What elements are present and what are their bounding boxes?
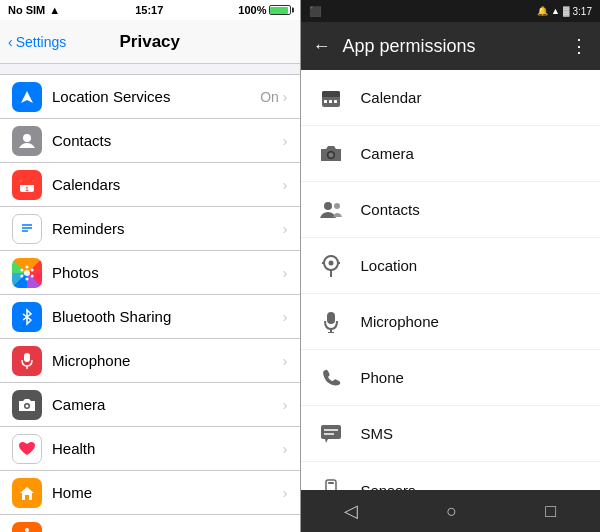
android-row-contacts[interactable]: Contacts (301, 182, 601, 238)
android-nav-title: App permissions (343, 36, 559, 57)
android-contacts-icon (317, 196, 345, 224)
home-label: Home (52, 484, 283, 501)
reminders-chevron-icon: › (283, 221, 288, 237)
back-label: Settings (16, 34, 67, 50)
android-back-nav-button[interactable]: ◁ (336, 492, 366, 530)
ios-time: 15:17 (135, 4, 163, 16)
svg-point-15 (20, 268, 23, 271)
contacts-label: Contacts (52, 132, 283, 149)
svg-point-37 (328, 260, 333, 265)
android-phone-icon (317, 364, 345, 392)
android-more-button[interactable]: ⋮ (570, 35, 588, 57)
svg-point-35 (334, 203, 340, 209)
svg-rect-28 (322, 95, 340, 97)
ios-row-contacts[interactable]: Contacts › (0, 119, 300, 163)
android-panel: ⬛ 🔔 ▲ ▓ 3:17 ← App permissions ⋮ (301, 0, 601, 532)
svg-point-13 (26, 277, 29, 280)
ios-list: Location Services On › Contacts › (0, 64, 300, 532)
android-time: 3:17 (573, 6, 592, 17)
camera-label: Camera (52, 396, 283, 413)
ios-row-health[interactable]: Health › (0, 427, 300, 471)
location-services-chevron-icon: › (283, 89, 288, 105)
camera-chevron-icon: › (283, 397, 288, 413)
android-recents-nav-button[interactable]: □ (537, 493, 564, 530)
android-sms-icon (317, 420, 345, 448)
svg-marker-22 (20, 487, 34, 500)
android-phone-label: Phone (361, 369, 404, 386)
svg-point-9 (24, 270, 30, 276)
ios-status-bar: No SIM ▲ 15:17 100% (0, 0, 300, 20)
svg-point-12 (31, 274, 34, 277)
android-row-location[interactable]: Location (301, 238, 601, 294)
battery-pct: 100% (238, 4, 266, 16)
wifi-icon: ▲ (49, 4, 60, 16)
calendars-chevron-icon: › (283, 177, 288, 193)
android-status-bar: ⬛ 🔔 ▲ ▓ 3:17 (301, 0, 601, 22)
android-row-camera[interactable]: Camera (301, 126, 601, 182)
home-icon (12, 478, 42, 508)
ios-row-camera[interactable]: Camera › (0, 383, 300, 427)
android-row-calendar[interactable]: Calendar (301, 70, 601, 126)
battery-indicator (269, 5, 291, 15)
location-services-label: Location Services (52, 88, 260, 105)
ios-row-calendars[interactable]: 1 Calendars › (0, 163, 300, 207)
android-sms-label: SMS (361, 425, 394, 442)
home-chevron-icon: › (283, 485, 288, 501)
motion-fitness-label: Motion & Fitness (52, 529, 283, 533)
location-services-value: On (260, 89, 279, 105)
ios-status-right: 100% (238, 4, 291, 16)
android-microphone-label: Microphone (361, 313, 439, 330)
battery-fill (270, 7, 288, 14)
ios-row-home[interactable]: Home › (0, 471, 300, 515)
svg-rect-30 (329, 100, 332, 103)
android-row-sensors[interactable]: Sensors (301, 462, 601, 490)
android-home-nav-button[interactable]: ○ (438, 493, 465, 530)
ios-row-reminders[interactable]: Reminders › (0, 207, 300, 251)
android-row-sms[interactable]: SMS (301, 406, 601, 462)
android-status-right: 🔔 ▲ ▓ 3:17 (537, 6, 592, 17)
android-back-button[interactable]: ← (313, 36, 331, 57)
android-contacts-label: Contacts (361, 201, 420, 218)
ios-section-main: Location Services On › Contacts › (0, 74, 300, 532)
svg-rect-49 (326, 480, 336, 490)
svg-point-10 (26, 265, 29, 268)
microphone-label: Microphone (52, 352, 283, 369)
health-icon (12, 434, 42, 464)
android-nav-bar: ← App permissions ⋮ (301, 22, 601, 70)
svg-point-34 (324, 202, 332, 210)
photos-label: Photos (52, 264, 283, 281)
photos-chevron-icon: › (283, 265, 288, 281)
bluetooth-sharing-chevron-icon: › (283, 309, 288, 325)
android-row-phone[interactable]: Phone (301, 350, 601, 406)
ios-row-photos[interactable]: Photos › (0, 251, 300, 295)
contacts-chevron-icon: › (283, 133, 288, 149)
android-row-microphone[interactable]: Microphone (301, 294, 601, 350)
reminders-label: Reminders (52, 220, 283, 237)
svg-point-1 (23, 134, 31, 142)
svg-rect-18 (24, 353, 30, 362)
svg-rect-50 (328, 482, 334, 484)
svg-point-23 (25, 528, 29, 532)
reminders-icon (12, 214, 42, 244)
microphone-icon (12, 346, 42, 376)
android-list: Calendar Camera (301, 70, 601, 490)
android-calendar-icon (317, 84, 345, 112)
svg-rect-42 (327, 312, 335, 324)
ios-row-bluetooth-sharing[interactable]: Bluetooth Sharing › (0, 295, 300, 339)
ios-row-location-services[interactable]: Location Services On › (0, 75, 300, 119)
ios-status-left: No SIM ▲ (8, 4, 60, 16)
ios-back-button[interactable]: ‹ Settings (8, 34, 66, 50)
android-camera-icon (317, 140, 345, 168)
android-location-label: Location (361, 257, 418, 274)
contacts-icon (12, 126, 42, 156)
calendars-label: Calendars (52, 176, 283, 193)
svg-point-14 (20, 274, 23, 277)
bluetooth-sharing-label: Bluetooth Sharing (52, 308, 283, 325)
android-microphone-icon (317, 308, 345, 336)
ios-row-microphone[interactable]: Microphone › (0, 339, 300, 383)
ios-row-motion-fitness[interactable]: Motion & Fitness › (0, 515, 300, 532)
android-camera-label: Camera (361, 145, 414, 162)
android-volume-icon: 🔔 (537, 6, 548, 16)
svg-rect-45 (321, 425, 341, 439)
motion-fitness-icon (12, 522, 42, 532)
